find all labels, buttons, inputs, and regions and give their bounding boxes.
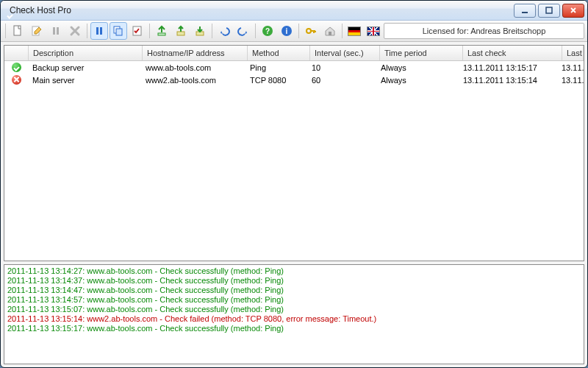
svg-rect-0 (522, 12, 528, 13)
redo-icon[interactable] (234, 22, 252, 40)
log-line: 2011-11-13 13:15:14: www2.ab-tools.com -… (7, 314, 581, 324)
flag-uk-icon (367, 26, 380, 36)
svg-rect-11 (158, 33, 165, 35)
svg-rect-7 (100, 27, 102, 35)
svg-rect-12 (177, 32, 184, 35)
period-cell: Always (376, 63, 459, 73)
flag-de-button[interactable] (345, 22, 363, 40)
close-button[interactable] (562, 4, 584, 18)
svg-rect-5 (57, 27, 59, 35)
flag-de-icon (348, 26, 361, 36)
interval-cell: 10 (307, 63, 376, 73)
log-line: 2011-11-13 13:14:47: www.ab-tools.com - … (7, 286, 581, 295)
log-line: 2011-11-13 13:15:07: www.ab-tools.com - … (7, 305, 581, 314)
new-icon[interactable] (9, 22, 26, 40)
svg-rect-2 (14, 26, 21, 35)
last-check-cell: 13.11.2011 13:15:14 (459, 75, 557, 85)
status-ok-icon (12, 63, 21, 72)
log-pane[interactable]: 2011-11-13 13:14:27: www.ab-tools.com - … (4, 264, 584, 364)
description-cell: Main server (28, 75, 141, 85)
table-row[interactable]: Backup serverwww.ab-tools.comPing10Alway… (4, 61, 584, 74)
table-row[interactable]: Main serverwww2.ab-tools.comTCP 808060Al… (4, 74, 584, 86)
table-body: Backup serverwww.ab-tools.comPing10Alway… (4, 61, 584, 261)
toolbar: ? i Licensed for: Andreas Breitschopp (1, 21, 587, 42)
window-controls (514, 4, 587, 18)
svg-rect-9 (116, 29, 122, 35)
status-error-icon (12, 75, 21, 85)
status-cell (4, 62, 28, 73)
svg-text:i: i (286, 27, 288, 35)
license-display: Licensed for: Andreas Breitschopp (384, 23, 584, 39)
svg-rect-1 (546, 7, 552, 13)
delete-icon[interactable] (66, 22, 84, 40)
table-header: Description Hostname/IP address Method I… (4, 46, 584, 61)
home-icon[interactable] (321, 22, 339, 40)
last-change-cell: 13.11.2011 13:06:45 (557, 75, 584, 85)
svg-point-18 (306, 29, 311, 33)
svg-rect-6 (96, 27, 98, 35)
host-cell: www2.ab-tools.com (141, 75, 245, 85)
flag-uk-button[interactable] (365, 22, 382, 40)
col-status[interactable] (4, 46, 29, 60)
col-host[interactable]: Hostname/IP address (143, 46, 248, 60)
title-bar: Check Host Pro (1, 1, 587, 21)
log-line: 2011-11-13 13:15:17: www.ab-tools.com - … (7, 324, 581, 333)
log-line: 2011-11-13 13:14:37: www.ab-tools.com - … (7, 276, 581, 286)
col-method[interactable]: Method (248, 46, 310, 60)
edit-icon[interactable] (28, 22, 46, 40)
app-window: Check Host Pro ? i (0, 0, 588, 368)
method-cell: TCP 8080 (245, 75, 307, 85)
method-cell: Ping (245, 63, 307, 73)
col-interval[interactable]: Interval (sec.) (310, 46, 380, 60)
description-cell: Backup server (28, 63, 141, 73)
svg-text:?: ? (265, 27, 270, 35)
col-description[interactable]: Description (29, 46, 143, 60)
host-cell: www.ab-tools.com (141, 63, 245, 73)
pause-all-icon[interactable] (90, 22, 108, 40)
col-last-check[interactable]: Last check (463, 46, 562, 60)
last-change-cell: 13.11.2011 13:07:00 (557, 63, 584, 73)
key-icon[interactable] (302, 22, 320, 40)
host-list-pane: Description Hostname/IP address Method I… (4, 45, 584, 261)
window-title: Check Host Pro (10, 5, 71, 15)
check-all-icon[interactable] (129, 22, 146, 40)
maximize-button[interactable] (538, 4, 560, 18)
log-line: 2011-11-13 13:14:57: www.ab-tools.com - … (7, 295, 581, 305)
log-line: 2011-11-13 13:14:27: www.ab-tools.com - … (7, 266, 581, 276)
info-icon[interactable]: i (278, 22, 295, 40)
interval-cell: 60 (307, 75, 376, 85)
copy-icon[interactable] (110, 22, 127, 40)
pause-icon[interactable] (47, 22, 65, 40)
col-last-change[interactable]: Last status change (562, 46, 584, 60)
undo-icon[interactable] (215, 22, 233, 40)
period-cell: Always (376, 75, 459, 85)
export-down-icon[interactable] (191, 22, 209, 40)
status-cell (4, 74, 28, 85)
export-green-icon[interactable] (153, 22, 171, 40)
content-area: Description Hostname/IP address Method I… (1, 42, 587, 367)
export-up-icon[interactable] (172, 22, 190, 40)
last-check-cell: 13.11.2011 13:15:17 (459, 63, 557, 73)
svg-rect-19 (329, 32, 331, 35)
svg-rect-4 (53, 27, 55, 35)
help-icon[interactable]: ? (259, 22, 276, 40)
minimize-button[interactable] (514, 4, 536, 18)
license-text: Licensed for: Andreas Breitschopp (423, 26, 546, 35)
col-period[interactable]: Time period (380, 46, 463, 60)
